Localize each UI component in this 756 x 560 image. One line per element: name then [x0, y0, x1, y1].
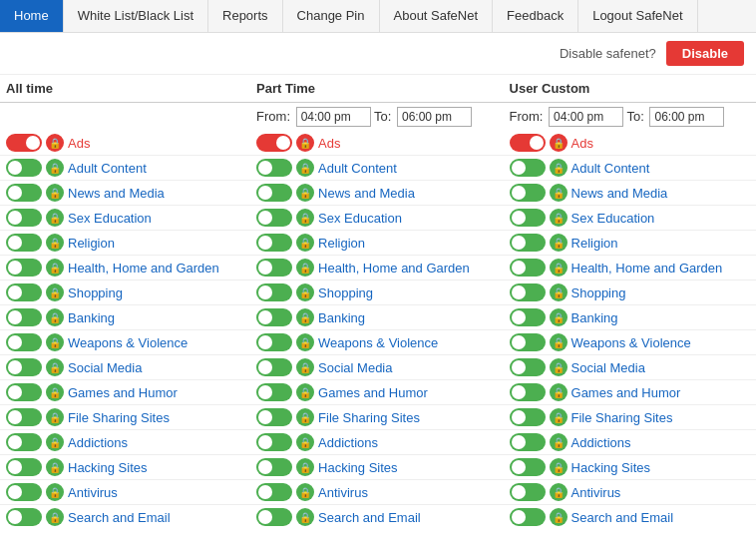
- toggle-hacking_sites[interactable]: [6, 458, 42, 476]
- category-label: Shopping: [318, 285, 373, 300]
- category-label: Shopping: [571, 285, 626, 300]
- toggle-religion[interactable]: [510, 234, 546, 252]
- table-row: 🔒Hacking Sites🔒Hacking Sites🔒Hacking Sit…: [0, 455, 756, 480]
- nav-item-feedback[interactable]: Feedback: [493, 0, 578, 32]
- category-label: Health, Home and Garden: [571, 261, 723, 276]
- toggle-banking[interactable]: [6, 308, 42, 326]
- toggle-news_and_media[interactable]: [6, 184, 42, 202]
- category-label: Search and Email: [318, 510, 421, 525]
- category-label: Social Media: [68, 360, 142, 375]
- toggle-banking[interactable]: [256, 308, 292, 326]
- toggle-weapons_&_violence[interactable]: [6, 333, 42, 351]
- toggle-file_sharing_sites[interactable]: [256, 408, 292, 426]
- table-row: 🔒Social Media🔒Social Media🔒Social Media: [0, 355, 756, 380]
- nav-item-home[interactable]: Home: [0, 0, 64, 32]
- part-from-input[interactable]: [296, 107, 371, 127]
- nav-item-white-list/black-list[interactable]: White List/Black List: [64, 0, 208, 32]
- lock-icon: 🔒: [550, 184, 567, 202]
- toggle-antivirus[interactable]: [6, 483, 42, 501]
- toggle-health,_home_and_garden[interactable]: [6, 259, 42, 277]
- category-label: Games and Humor: [68, 385, 178, 400]
- lock-icon: 🔒: [296, 234, 314, 252]
- toggle-games_and_humor[interactable]: [510, 383, 546, 401]
- toggle-weapons_&_violence[interactable]: [510, 333, 546, 351]
- toggle-addictions[interactable]: [510, 433, 546, 451]
- lock-icon: 🔒: [46, 209, 64, 227]
- toggle-news_and_media[interactable]: [510, 184, 546, 202]
- toggle-social_media[interactable]: [6, 358, 42, 376]
- toggle-sex_education[interactable]: [256, 209, 292, 227]
- nav-item-change-pin[interactable]: Change Pin: [283, 0, 380, 32]
- category-label: Health, Home and Garden: [68, 261, 219, 276]
- toggle-sex_education[interactable]: [510, 209, 546, 227]
- category-label: Religion: [571, 236, 618, 251]
- table-row: 🔒Health, Home and Garden🔒Health, Home an…: [0, 256, 756, 280]
- part-to-label: To:: [374, 109, 391, 124]
- table-row: 🔒Ads🔒Ads🔒Ads: [0, 131, 756, 156]
- category-label: News and Media: [68, 186, 165, 201]
- category-label: Adult Content: [571, 161, 650, 176]
- toggle-file_sharing_sites[interactable]: [6, 408, 42, 426]
- toggle-file_sharing_sites[interactable]: [510, 408, 546, 426]
- nav-item-reports[interactable]: Reports: [208, 0, 283, 32]
- toggle-hacking_sites[interactable]: [256, 458, 292, 476]
- lock-icon: 🔒: [550, 358, 567, 376]
- toggle-search_and_email[interactable]: [510, 508, 546, 526]
- toggle-games_and_humor[interactable]: [256, 383, 292, 401]
- lock-icon: 🔒: [296, 283, 314, 301]
- category-label: Antivirus: [68, 485, 118, 500]
- toggle-antivirus[interactable]: [510, 483, 546, 501]
- category-label: Hacking Sites: [68, 460, 147, 475]
- custom-to-input[interactable]: [649, 107, 724, 127]
- toggle-addictions[interactable]: [256, 433, 292, 451]
- lock-icon: 🔒: [296, 333, 314, 351]
- lock-icon: 🔒: [296, 134, 314, 152]
- toggle-weapons_&_violence[interactable]: [256, 333, 292, 351]
- custom-to-label: To:: [626, 109, 643, 124]
- part-to-input[interactable]: [397, 107, 472, 127]
- nav-item-logout-safenet[interactable]: Logout SafeNet: [578, 0, 697, 32]
- toggle-adult_content[interactable]: [6, 159, 42, 177]
- toggle-addictions[interactable]: [6, 433, 42, 451]
- col-part-time: Part Time: [250, 75, 503, 103]
- toggle-search_and_email[interactable]: [256, 508, 292, 526]
- toggle-games_and_humor[interactable]: [6, 383, 42, 401]
- lock-icon: 🔒: [550, 508, 567, 526]
- toggle-hacking_sites[interactable]: [510, 458, 546, 476]
- lock-icon: 🔒: [46, 283, 64, 301]
- toggle-shopping[interactable]: [256, 283, 292, 301]
- toggle-health,_home_and_garden[interactable]: [510, 259, 546, 277]
- lock-icon: 🔒: [550, 234, 567, 252]
- toggle-adult_content[interactable]: [256, 159, 292, 177]
- toggle-antivirus[interactable]: [256, 483, 292, 501]
- toggle-news_and_media[interactable]: [256, 184, 292, 202]
- toggle-ads[interactable]: [6, 134, 42, 152]
- lock-icon: 🔒: [296, 358, 314, 376]
- nav-item-about-safenet[interactable]: About SafeNet: [380, 0, 494, 32]
- disable-button[interactable]: Disable: [666, 41, 744, 66]
- category-label: Search and Email: [571, 510, 674, 525]
- toggle-shopping[interactable]: [510, 283, 546, 301]
- toggle-sex_education[interactable]: [6, 209, 42, 227]
- toggle-religion[interactable]: [6, 234, 42, 252]
- toggle-shopping[interactable]: [6, 283, 42, 301]
- toggle-social_media[interactable]: [256, 358, 292, 376]
- navigation: HomeWhite List/Black ListReportsChange P…: [0, 0, 756, 33]
- toggle-ads[interactable]: [256, 134, 292, 152]
- custom-from-input[interactable]: [549, 107, 623, 127]
- main-table-wrap: All time Part Time User Custom From: To:…: [0, 75, 756, 529]
- category-label: Search and Email: [68, 510, 171, 525]
- toggle-health,_home_and_garden[interactable]: [256, 259, 292, 277]
- toggle-adult_content[interactable]: [510, 159, 546, 177]
- category-label: Adult Content: [68, 161, 147, 176]
- toggle-religion[interactable]: [256, 234, 292, 252]
- category-label: Antivirus: [571, 485, 621, 500]
- toggle-search_and_email[interactable]: [6, 508, 42, 526]
- toggle-ads[interactable]: [510, 134, 546, 152]
- toggle-banking[interactable]: [510, 308, 546, 326]
- lock-icon: 🔒: [550, 209, 567, 227]
- category-label: Weapons & Violence: [571, 335, 691, 350]
- toggle-social_media[interactable]: [510, 358, 546, 376]
- category-label: Social Media: [318, 360, 392, 375]
- category-label: Banking: [318, 310, 365, 325]
